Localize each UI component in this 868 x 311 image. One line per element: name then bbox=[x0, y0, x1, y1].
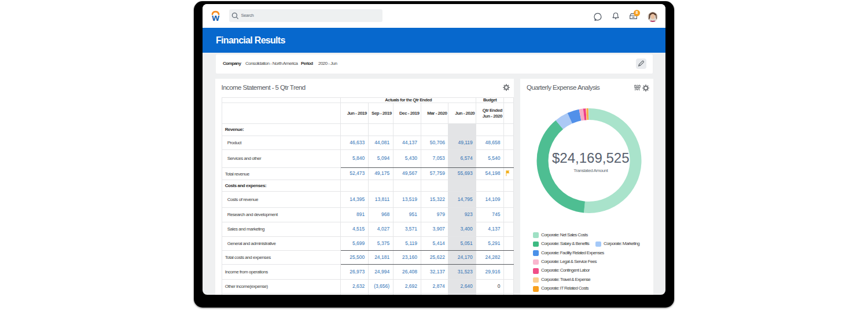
svg-text:w: w bbox=[211, 12, 219, 23]
